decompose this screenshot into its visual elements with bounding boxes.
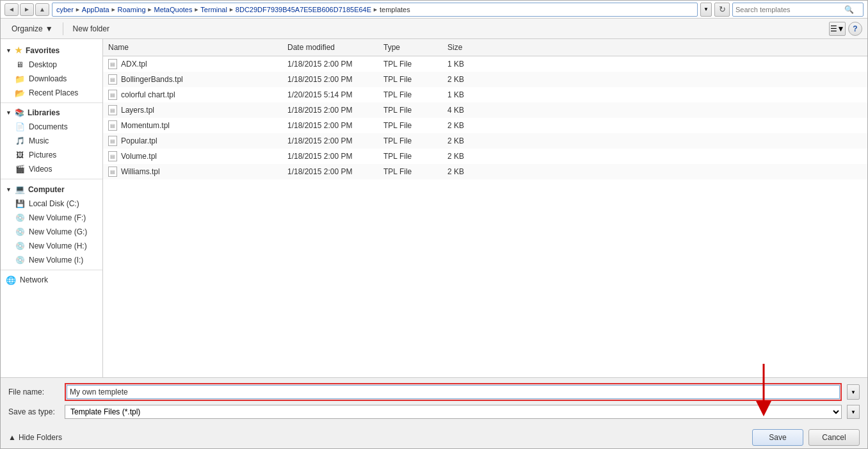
refresh-button[interactable]: ↻ xyxy=(714,3,730,17)
sidebar-item-volume-g[interactable]: 💿 New Volume (G:) xyxy=(1,225,102,239)
sidebar-item-volume-h[interactable]: 💿 New Volume (H:) xyxy=(1,239,102,253)
table-row[interactable]: ▤ Popular.tpl 1/18/2015 2:00 PM TPL File… xyxy=(103,133,867,149)
favorites-header[interactable]: ▼ ★ Favorites xyxy=(1,43,102,58)
column-header-date[interactable]: Date modified xyxy=(282,42,378,53)
search-icon[interactable]: 🔍 xyxy=(844,5,854,14)
sidebar-item-recent-places[interactable]: 📂 Recent Places xyxy=(1,86,102,100)
new-folder-button[interactable]: New folder xyxy=(67,22,115,36)
breadcrumb-item-roaming[interactable]: Roaming xyxy=(118,6,146,13)
breadcrumb-item-terminal[interactable]: Terminal xyxy=(200,6,227,13)
file-cell-date: 1/18/2015 2:00 PM xyxy=(282,58,378,70)
sidebar-item-downloads[interactable]: 📁 Downloads xyxy=(1,72,102,86)
file-cell-type: TPL File xyxy=(378,89,442,101)
file-rows-container: ▤ ADX.tpl 1/18/2015 2:00 PM TPL File 1 K… xyxy=(103,56,867,179)
libraries-header[interactable]: ▼ 📚 Libraries xyxy=(1,106,102,120)
filename-label: File name: xyxy=(8,388,60,396)
pictures-label: Pictures xyxy=(29,151,56,159)
file-icon: ▤ xyxy=(108,136,117,146)
column-header-size[interactable]: Size xyxy=(442,42,494,53)
file-cell-date: 1/18/2015 2:00 PM xyxy=(282,104,378,116)
organize-button[interactable]: Organize ▼ xyxy=(6,22,59,36)
search-box: 🔍 xyxy=(732,3,864,17)
savetype-select[interactable]: Template Files (*.tpl) xyxy=(65,405,842,419)
sidebar-item-volume-i[interactable]: 💿 New Volume (I:) xyxy=(1,253,102,267)
file-icon: ▤ xyxy=(108,74,117,85)
sidebar-divider-3 xyxy=(1,270,102,270)
table-row[interactable]: ▤ ADX.tpl 1/18/2015 2:00 PM TPL File 1 K… xyxy=(103,56,867,72)
desktop-label: Desktop xyxy=(29,60,57,69)
back-button[interactable]: ◄ xyxy=(4,3,19,16)
sidebar-item-documents[interactable]: 📄 Documents xyxy=(1,120,102,134)
file-name: Layers.tpl xyxy=(121,106,154,115)
file-icon: ▤ xyxy=(108,105,117,115)
sidebar-item-desktop[interactable]: 🖥 Desktop xyxy=(1,58,102,72)
sidebar-item-local-disk[interactable]: 💾 Local Disk (C:) xyxy=(1,197,102,211)
forward-button[interactable]: ► xyxy=(20,3,34,16)
table-row[interactable]: ▤ colorful chart.tpl 1/20/2015 5:14 PM T… xyxy=(103,87,867,102)
column-header-type[interactable]: Type xyxy=(378,42,442,53)
music-icon: 🎵 xyxy=(15,136,25,146)
toolbar: Organize ▼ New folder ☰▼ ? xyxy=(1,19,867,39)
downloads-icon: 📁 xyxy=(15,74,25,84)
cancel-button[interactable]: Cancel xyxy=(808,429,860,446)
downloads-label: Downloads xyxy=(29,74,67,83)
sidebar-item-videos[interactable]: 🎬 Videos xyxy=(1,162,102,176)
file-cell-date: 1/18/2015 2:00 PM xyxy=(282,151,378,162)
sidebar-item-music[interactable]: 🎵 Music xyxy=(1,134,102,148)
hide-folders-label: Hide Folders xyxy=(19,433,62,442)
breadcrumb-item-cyber[interactable]: cyber xyxy=(56,6,74,13)
libraries-icon: 📚 xyxy=(15,108,24,117)
file-name: BollingerBands.tpl xyxy=(121,75,183,84)
computer-header[interactable]: ▼ 💻 Computer xyxy=(1,182,102,197)
sidebar: ▼ ★ Favorites 🖥 Desktop 📁 Downloads 📂 Re… xyxy=(1,39,103,377)
file-cell-date: 1/18/2015 2:00 PM xyxy=(282,135,378,147)
savetype-dropdown[interactable]: ▼ xyxy=(847,405,860,419)
music-label: Music xyxy=(29,136,49,145)
table-row[interactable]: ▤ Volume.tpl 1/18/2015 2:00 PM TPL File … xyxy=(103,149,867,164)
table-row[interactable]: ▤ Williams.tpl 1/18/2015 2:00 PM TPL Fil… xyxy=(103,164,867,179)
filename-input[interactable] xyxy=(67,385,840,399)
favorites-group: ▼ ★ Favorites 🖥 Desktop 📁 Downloads 📂 Re… xyxy=(1,43,102,100)
computer-icon: 💻 xyxy=(15,184,25,194)
file-cell-size: 1 KB xyxy=(442,58,494,70)
libraries-label: Libraries xyxy=(28,108,60,117)
local-disk-label: Local Disk (C:) xyxy=(29,199,79,208)
search-input[interactable] xyxy=(735,6,844,13)
address-bar: ◄ ► ▲ cyber ► AppData ► Roaming ► MetaQu… xyxy=(1,1,867,19)
breadcrumb-item-metaquotes[interactable]: MetaQuotes xyxy=(154,6,193,13)
hide-folders-button[interactable]: ▲ Hide Folders xyxy=(8,433,62,442)
table-row[interactable]: ▤ BollingerBands.tpl 1/18/2015 2:00 PM T… xyxy=(103,72,867,87)
toolbar-separator xyxy=(63,22,63,35)
file-cell-size: 2 KB xyxy=(442,120,494,131)
help-button[interactable]: ? xyxy=(848,22,862,36)
breadcrumb-item-appdata[interactable]: AppData xyxy=(82,6,109,13)
file-name: Williams.tpl xyxy=(121,167,160,176)
filename-dropdown[interactable]: ▼ xyxy=(847,384,860,400)
new-folder-label: New folder xyxy=(73,24,109,33)
up-button[interactable]: ▲ xyxy=(35,3,49,16)
breadcrumb-dropdown[interactable]: ▼ xyxy=(700,3,712,17)
sidebar-item-pictures[interactable]: 🖼 Pictures xyxy=(1,148,102,162)
file-cell-size: 2 KB xyxy=(442,135,494,147)
file-name: colorful chart.tpl xyxy=(121,90,175,99)
videos-icon: 🎬 xyxy=(15,164,25,174)
filename-row: File name: ▼ xyxy=(8,383,860,401)
file-cell-name: ▤ ADX.tpl xyxy=(103,58,282,70)
videos-label: Videos xyxy=(29,165,52,174)
chevron-icon: ▼ xyxy=(6,47,12,54)
sidebar-item-volume-f[interactable]: 💿 New Volume (F:) xyxy=(1,211,102,225)
local-disk-icon: 💾 xyxy=(15,199,25,209)
sidebar-divider-1 xyxy=(1,102,102,103)
column-header-name[interactable]: Name xyxy=(103,42,282,53)
table-row[interactable]: ▤ Momentum.tpl 1/18/2015 2:00 PM TPL Fil… xyxy=(103,118,867,133)
file-icon: ▤ xyxy=(108,151,117,161)
breadcrumb-item-hash[interactable]: 8DC29DF7939B45A7E5EB606D7185E64E xyxy=(236,6,371,13)
view-button[interactable]: ☰▼ xyxy=(829,22,846,36)
sidebar-item-network[interactable]: 🌐 Network xyxy=(1,273,102,287)
file-area: Name Date modified Type Size ▤ ADX.tpl 1… xyxy=(103,39,867,377)
file-icon: ▤ xyxy=(108,59,117,69)
computer-chevron-icon: ▼ xyxy=(6,186,12,193)
save-button[interactable]: Save xyxy=(752,429,803,446)
network-icon: 🌐 xyxy=(6,275,16,285)
table-row[interactable]: ▤ Layers.tpl 1/18/2015 2:00 PM TPL File … xyxy=(103,102,867,118)
